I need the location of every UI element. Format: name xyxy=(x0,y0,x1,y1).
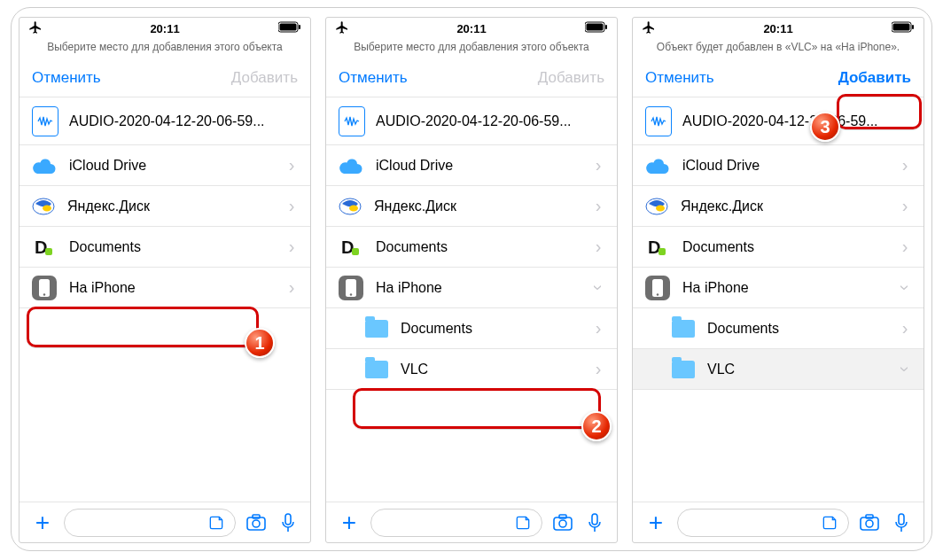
search-field[interactable] xyxy=(370,509,542,537)
status-bar: 20:11 xyxy=(633,18,924,39)
status-time: 20:11 xyxy=(388,22,555,35)
location-list: iCloud Drive › Яндекс.Диск › D Documents… xyxy=(326,145,617,502)
svg-rect-25 xyxy=(559,515,566,518)
audio-file-icon xyxy=(339,106,365,136)
row-documents-app[interactable]: D Documents › xyxy=(326,227,617,268)
row-on-iphone[interactable]: На iPhone › xyxy=(326,268,617,308)
row-yandex-disk[interactable]: Яндекс.Диск › xyxy=(633,186,924,227)
yandex-disk-icon xyxy=(645,195,668,218)
svg-rect-2 xyxy=(299,25,300,29)
svg-point-32 xyxy=(656,205,665,211)
bottom-toolbar: + xyxy=(633,502,924,542)
bottom-toolbar: + xyxy=(19,502,310,542)
microphone-icon[interactable] xyxy=(890,511,913,534)
row-icloud-drive[interactable]: iCloud Drive › xyxy=(326,145,617,186)
phone-screen-3: 20:11 Объект будет добавлен в «VLC» на «… xyxy=(632,17,924,543)
airplane-mode-icon xyxy=(642,20,695,37)
svg-rect-23 xyxy=(554,517,572,530)
svg-rect-6 xyxy=(45,248,52,255)
new-folder-button[interactable]: + xyxy=(643,510,668,535)
chevron-right-icon: › xyxy=(592,359,604,379)
camera-icon[interactable] xyxy=(858,511,881,534)
cancel-button[interactable]: Отменить xyxy=(645,69,714,87)
icloud-icon xyxy=(339,153,363,178)
svg-point-4 xyxy=(43,205,51,211)
on-iphone-icon xyxy=(645,276,670,300)
row-label: Documents xyxy=(69,239,273,255)
new-folder-button[interactable]: + xyxy=(30,510,55,535)
row-on-iphone[interactable]: На iPhone › xyxy=(19,268,310,308)
row-subfolder-vlc[interactable]: VLC › xyxy=(633,349,924,390)
documents-app-icon: D xyxy=(339,235,363,260)
svg-rect-20 xyxy=(352,248,359,255)
status-time: 20:11 xyxy=(695,22,861,35)
row-subfolder-documents[interactable]: Documents › xyxy=(326,308,617,349)
row-icloud-drive[interactable]: iCloud Drive › xyxy=(19,145,310,186)
add-button[interactable]: Добавить xyxy=(231,69,298,87)
svg-rect-1 xyxy=(280,24,297,31)
row-yandex-disk[interactable]: Яндекс.Диск › xyxy=(19,186,310,227)
nav-bar: Отменить Добавить xyxy=(19,58,310,97)
row-subfolder-vlc[interactable]: VLC › xyxy=(326,349,617,390)
file-header-row: AUDIO-2020-04-12-20-06-59... xyxy=(633,97,924,145)
svg-point-8 xyxy=(43,293,45,295)
svg-rect-11 xyxy=(253,515,260,518)
svg-rect-16 xyxy=(605,25,607,29)
svg-rect-37 xyxy=(861,517,878,530)
search-field[interactable] xyxy=(677,509,849,537)
cancel-button[interactable]: Отменить xyxy=(32,69,101,87)
location-list: iCloud Drive › Яндекс.Диск › D Documents… xyxy=(19,145,310,502)
svg-point-10 xyxy=(253,520,260,527)
camera-icon[interactable] xyxy=(551,511,574,534)
row-label: На iPhone xyxy=(376,280,580,296)
file-name: AUDIO-2020-04-12-20-06-59... xyxy=(376,113,572,129)
on-iphone-icon xyxy=(32,276,57,300)
row-documents-app[interactable]: D Documents › xyxy=(19,227,310,268)
chevron-down-icon: › xyxy=(588,282,609,294)
chevron-right-icon: › xyxy=(899,196,911,216)
new-folder-button[interactable]: + xyxy=(337,510,362,535)
documents-app-icon: D xyxy=(645,235,670,260)
microphone-icon[interactable] xyxy=(277,511,300,534)
nav-bar: Отменить Добавить xyxy=(326,58,617,97)
row-documents-app[interactable]: D Documents › xyxy=(633,227,924,268)
status-time: 20:11 xyxy=(82,22,248,35)
icloud-icon xyxy=(32,153,57,178)
row-yandex-disk[interactable]: Яндекс.Диск › xyxy=(326,186,617,227)
battery-icon xyxy=(248,21,301,35)
row-label: iCloud Drive xyxy=(376,158,580,174)
search-field[interactable] xyxy=(64,509,236,537)
svg-point-18 xyxy=(349,205,358,211)
row-label: Яндекс.Диск xyxy=(67,198,273,214)
add-button[interactable]: Добавить xyxy=(538,69,604,87)
row-subfolder-documents[interactable]: Documents › xyxy=(633,308,924,349)
row-label: На iPhone xyxy=(682,280,886,296)
sticker-icon[interactable] xyxy=(820,513,839,533)
row-label: Documents xyxy=(682,239,886,255)
microphone-icon[interactable] xyxy=(583,511,606,534)
chevron-right-icon: › xyxy=(899,237,911,257)
row-on-iphone[interactable]: На iPhone › xyxy=(633,268,924,308)
sticker-icon[interactable] xyxy=(207,513,226,533)
battery-icon xyxy=(861,21,915,35)
instruction-text: Объект будет добавлен в «VLC» на «На iPh… xyxy=(633,39,924,58)
airplane-mode-icon xyxy=(28,20,82,37)
row-label: Documents xyxy=(376,239,580,255)
row-label: Яндекс.Диск xyxy=(681,198,886,214)
sticker-icon[interactable] xyxy=(513,513,533,533)
phone-screen-2: 20:11 Выберите место для добавления этог… xyxy=(325,17,618,543)
tutorial-container: 20:11 Выберите место для добавления этог… xyxy=(11,7,932,551)
chevron-down-icon: › xyxy=(895,363,916,376)
chevron-right-icon: › xyxy=(592,196,604,216)
camera-icon[interactable] xyxy=(245,511,268,534)
folder-icon xyxy=(672,320,695,338)
row-label: Documents xyxy=(401,321,580,337)
chevron-right-icon: › xyxy=(285,237,298,257)
cancel-button[interactable]: Отменить xyxy=(339,69,408,87)
audio-file-icon xyxy=(645,106,672,136)
file-header-row: AUDIO-2020-04-12-20-06-59... xyxy=(326,97,617,145)
add-button[interactable]: Добавить xyxy=(838,69,911,87)
chevron-right-icon: › xyxy=(592,237,604,257)
row-icloud-drive[interactable]: iCloud Drive › xyxy=(633,145,924,186)
svg-rect-30 xyxy=(912,25,914,29)
